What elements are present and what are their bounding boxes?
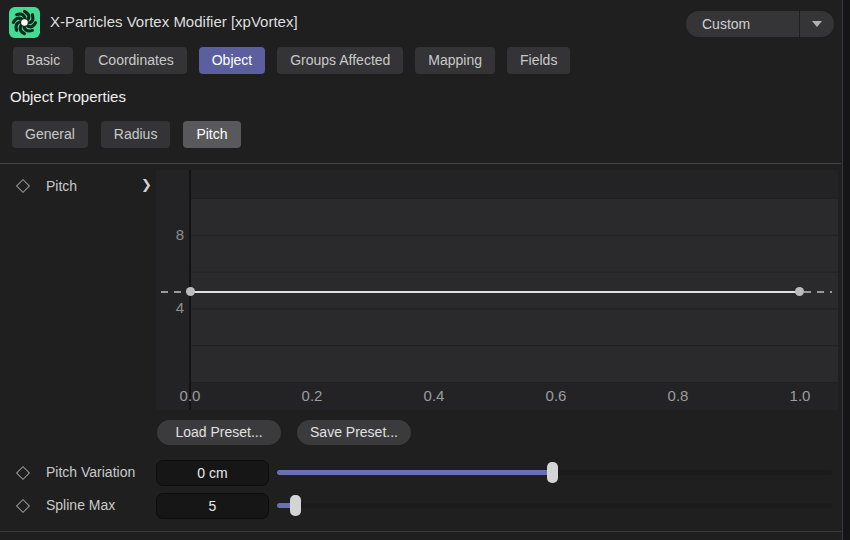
spline-max-label: Spline Max [46,497,115,513]
xparticles-logo-icon [9,7,40,38]
x-tick-label: 0.0 [168,387,212,404]
keyframe-diamond-icon[interactable] [16,466,30,480]
preset-dropdown-value[interactable]: Custom [686,11,799,37]
section-title: Object Properties [10,88,126,105]
preset-dropdown-arrow-button[interactable] [800,11,834,37]
spline-curve[interactable] [190,291,799,293]
tab-object[interactable]: Object [199,47,265,74]
subtab-bar: GeneralRadiusPitch [12,121,241,148]
x-tick-label: 0.8 [656,387,700,404]
y-tick-label: 4 [156,299,184,316]
keyframe-diamond-icon[interactable] [16,179,30,193]
subtab-pitch[interactable]: Pitch [183,121,240,148]
pitch-expand-chevron-icon[interactable]: ❯ [141,177,152,192]
spline-point-start[interactable] [186,287,195,296]
spline-point-end[interactable] [795,287,804,296]
slider-handle[interactable] [547,462,558,483]
x-tick-label: 0.2 [290,387,334,404]
load-preset-button[interactable]: Load Preset... [157,420,281,445]
pitch-group-label: Pitch [46,178,77,194]
pitch-variation-field[interactable] [156,460,269,486]
divider-top [0,163,841,164]
keyframe-diamond-icon[interactable] [16,499,30,513]
x-tick-label: 0.4 [412,387,456,404]
chevron-down-icon [812,21,822,27]
spline-extension-dash-left [161,291,186,293]
window-title: X-Particles Vortex Modifier [xpVortex] [50,0,298,44]
x-tick-label: 1.0 [778,387,822,404]
subtab-radius[interactable]: Radius [101,121,171,148]
divider-bottom [0,531,841,532]
pitch-spline-editor[interactable]: 84 0.00.20.40.60.81.0 [156,170,838,410]
save-preset-button[interactable]: Save Preset... [297,420,411,445]
tab-coordinates[interactable]: Coordinates [85,47,187,74]
panel-right-edge [842,0,850,540]
parameter-row-spline-max: Spline Max [0,493,850,519]
slider-handle[interactable] [290,495,301,516]
tab-groups-affected[interactable]: Groups Affected [277,47,403,74]
tab-basic[interactable]: Basic [13,47,73,74]
spline-max-slider[interactable] [277,503,832,508]
tab-bar: BasicCoordinatesObjectGroups AffectedMap… [13,47,570,74]
preset-dropdown[interactable]: Custom [686,11,834,37]
spline-extension-dash-right [804,291,832,293]
slider-fill [277,470,553,475]
pitch-variation-label: Pitch Variation [46,464,135,480]
spline-max-field[interactable] [156,493,269,519]
y-tick-label: 8 [156,226,184,243]
parameter-row-pitch-variation: Pitch Variation [0,460,850,486]
tab-fields[interactable]: Fields [507,47,570,74]
tab-mapping[interactable]: Mapping [415,47,495,74]
subtab-general[interactable]: General [12,121,88,148]
x-tick-label: 0.6 [534,387,578,404]
